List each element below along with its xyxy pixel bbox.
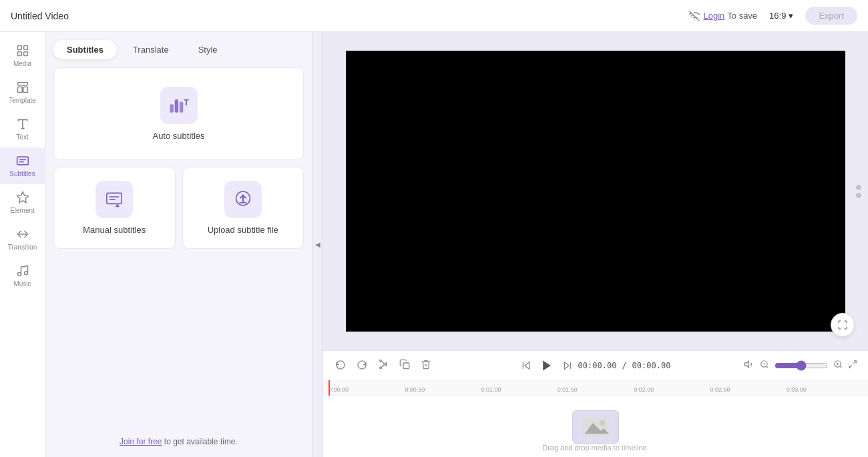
collapse-arrow-icon: ◀ bbox=[315, 241, 320, 248]
thumbnail-placeholder-icon bbox=[582, 417, 609, 437]
skip-back-icon bbox=[521, 360, 531, 371]
svg-rect-9 bbox=[17, 157, 28, 165]
svg-rect-5 bbox=[23, 52, 27, 56]
ruler-mark-0: 0:00.00 bbox=[329, 386, 405, 396]
time-separator: / bbox=[622, 361, 626, 370]
play-button[interactable] bbox=[537, 356, 557, 376]
current-time: 00:00.00 bbox=[578, 361, 617, 370]
svg-point-14 bbox=[24, 272, 27, 275]
svg-marker-31 bbox=[525, 362, 529, 369]
copy-icon bbox=[399, 359, 410, 370]
svg-rect-15 bbox=[170, 104, 173, 113]
sidebar-item-template[interactable]: Template bbox=[0, 74, 45, 111]
upload-subtitle-svg bbox=[232, 189, 254, 210]
manual-subtitles-label: Manual subtitles bbox=[83, 225, 146, 235]
timeline-left-tools bbox=[334, 358, 433, 374]
collapse-handle[interactable]: ◀ bbox=[312, 32, 323, 457]
topbar-actions: Login To save 16:9 ▾ Export bbox=[688, 7, 857, 25]
skip-forward-button[interactable] bbox=[562, 360, 573, 371]
tab-subtitles[interactable]: Subtitles bbox=[53, 40, 117, 59]
svg-rect-19 bbox=[107, 193, 122, 203]
aspect-ratio-button[interactable]: 16:9 ▾ bbox=[765, 8, 797, 23]
ruler-mark-5: 0:02.50 bbox=[710, 386, 786, 396]
subtitles-icon bbox=[16, 154, 29, 167]
svg-marker-33 bbox=[543, 360, 551, 370]
sidebar-item-text[interactable]: Text bbox=[0, 111, 45, 147]
zoom-out-button[interactable] bbox=[760, 360, 769, 372]
fit-to-view-button[interactable] bbox=[848, 360, 857, 372]
upload-subtitle-card[interactable]: Upload subtitle file bbox=[182, 167, 304, 249]
editor-area: 00:00.00 / 00:00.00 bbox=[323, 32, 868, 457]
login-save-area: Login To save bbox=[688, 10, 757, 22]
cut-button[interactable] bbox=[377, 358, 390, 374]
panel-tabs: Subtitles Translate Style bbox=[45, 32, 312, 59]
no-wifi-icon bbox=[688, 10, 700, 22]
sidebar-item-element[interactable]: Element bbox=[0, 184, 45, 221]
aspect-ratio-label: 16:9 bbox=[769, 11, 786, 21]
skip-forward-icon bbox=[562, 360, 573, 371]
login-link[interactable]: Login bbox=[703, 11, 724, 21]
cut-icon bbox=[378, 359, 389, 370]
auto-subtitles-label: Auto subtitles bbox=[152, 131, 204, 141]
svg-text:T: T bbox=[184, 98, 189, 107]
svg-marker-34 bbox=[564, 362, 569, 369]
delete-button[interactable] bbox=[419, 358, 433, 374]
auto-subtitles-svg: T bbox=[167, 93, 191, 117]
element-label: Element bbox=[10, 207, 35, 214]
playhead[interactable] bbox=[329, 380, 330, 396]
svg-marker-12 bbox=[17, 192, 28, 203]
panel-footer: Join for free to get available time. bbox=[45, 429, 312, 457]
tab-translate[interactable]: Translate bbox=[120, 40, 182, 59]
timeline-section: 00:00.00 / 00:00.00 bbox=[323, 350, 868, 457]
redo-icon bbox=[357, 359, 367, 370]
sidebar-item-transition[interactable]: Transition bbox=[0, 221, 45, 258]
svg-rect-6 bbox=[17, 83, 27, 85]
music-label: Music bbox=[13, 280, 31, 288]
auto-subtitles-card[interactable]: T Auto subtitles bbox=[53, 67, 304, 160]
svg-line-44 bbox=[853, 360, 856, 363]
manual-subtitles-icon bbox=[95, 181, 133, 218]
redo-button[interactable] bbox=[355, 358, 369, 374]
copy-button[interactable] bbox=[398, 358, 411, 374]
ruler-mark-6: 0:03.00 bbox=[787, 386, 863, 396]
ruler-mark-1: 0:00.50 bbox=[405, 386, 481, 396]
video-scrollbar[interactable] bbox=[856, 185, 861, 198]
tab-style[interactable]: Style bbox=[185, 40, 231, 59]
skip-back-button[interactable] bbox=[521, 360, 531, 371]
svg-rect-17 bbox=[179, 102, 182, 113]
zoom-in-button[interactable] bbox=[833, 360, 843, 372]
subtitles-label: Subtitles bbox=[9, 170, 35, 177]
svg-rect-4 bbox=[17, 52, 21, 56]
subtitles-panel: Subtitles Translate Style T Auto subtit bbox=[45, 32, 312, 457]
fullscreen-button[interactable] bbox=[831, 313, 855, 337]
timeline-controls: 00:00.00 / 00:00.00 bbox=[323, 351, 868, 380]
svg-point-25 bbox=[380, 367, 382, 369]
track-area: Drag and drop media to timeline. bbox=[323, 396, 868, 457]
sidebar-item-music[interactable]: Music bbox=[0, 258, 45, 294]
topbar: Untitled Video Login To save 16:9 ▾ Expo… bbox=[0, 0, 868, 32]
delete-icon bbox=[421, 359, 431, 370]
svg-rect-8 bbox=[23, 87, 27, 92]
to-save-text: To save bbox=[727, 11, 757, 21]
join-free-link[interactable]: Join for free bbox=[120, 437, 162, 446]
sidebar-item-media[interactable]: Media bbox=[0, 37, 45, 74]
sidebar-item-subtitles[interactable]: Subtitles bbox=[0, 147, 45, 184]
auto-subtitles-icon: T bbox=[160, 87, 198, 124]
fit-view-icon bbox=[848, 360, 857, 369]
manual-subtitles-card[interactable]: Manual subtitles bbox=[53, 167, 176, 249]
media-icon bbox=[16, 44, 29, 57]
export-button[interactable]: Export bbox=[805, 7, 857, 25]
transition-icon bbox=[16, 227, 29, 241]
play-controls: 00:00.00 / 00:00.00 bbox=[521, 356, 671, 376]
ruler-markers: 0:00.00 0:00.50 0:01.00 0:01.50 0:02.00 … bbox=[323, 380, 868, 396]
main-content: Media Template Text Subtitles bbox=[0, 32, 868, 457]
svg-point-13 bbox=[17, 273, 21, 276]
svg-line-38 bbox=[767, 366, 769, 368]
volume-button[interactable] bbox=[744, 359, 754, 372]
ruler-mark-3: 0:01.50 bbox=[558, 386, 634, 396]
scroll-dot bbox=[856, 185, 861, 190]
undo-button[interactable] bbox=[334, 358, 347, 374]
svg-line-45 bbox=[849, 365, 852, 368]
zoom-slider[interactable] bbox=[775, 360, 828, 371]
zoom-in-icon bbox=[833, 360, 843, 369]
